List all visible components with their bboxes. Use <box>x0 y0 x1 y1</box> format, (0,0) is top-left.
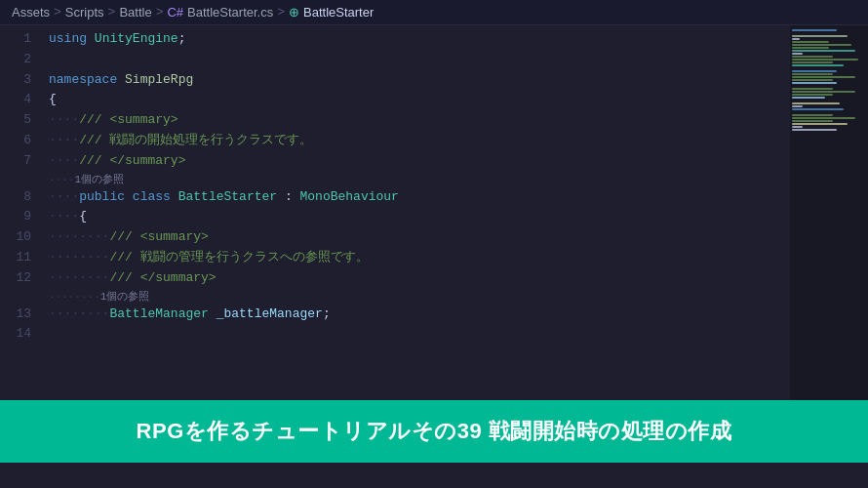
video-title-text: RPGを作るチュートリアルその39 戦闘開始時の処理の作成 <box>137 417 732 446</box>
breadcrumb-sep-4: > <box>277 5 285 20</box>
breadcrumb-assets[interactable]: Assets <box>12 5 50 20</box>
editor-container: 1 2 3 4 5 6 7 8 9 10 11 12 13 14 using U… <box>0 25 868 463</box>
ln-5: 5 <box>0 110 31 131</box>
code-line-9: ····{ <box>49 207 790 227</box>
breadcrumb: Assets > Scripts > Battle > C# BattleSta… <box>0 0 868 25</box>
code-line-14 <box>49 324 790 345</box>
breadcrumb-classname[interactable]: BattleStarter <box>303 5 374 20</box>
breadcrumb-scripts[interactable]: Scripts <box>65 5 104 20</box>
code-line-1: using UnityEngine; <box>49 29 790 50</box>
ln-12: 12 <box>0 268 31 289</box>
ln-hint2 <box>0 289 31 305</box>
code-hint-1: ····1個の参照 <box>49 172 790 187</box>
ln-4: 4 <box>0 90 31 110</box>
video-title-overlay: RPGを作るチュートリアルその39 戦闘開始時の処理の作成 <box>0 400 868 463</box>
code-line-11: ········/// 戦闘の管理を行うクラスへの参照です。 <box>49 248 790 268</box>
code-line-3: namespace SimpleRpg <box>49 70 790 91</box>
ln-8: 8 <box>0 187 31 208</box>
ln-1: 1 <box>0 29 31 50</box>
code-line-13: ········BattleManager _battleManager; <box>49 305 790 325</box>
ln-14: 14 <box>0 324 31 345</box>
ln-13: 13 <box>0 305 31 325</box>
code-line-4: { <box>49 90 790 110</box>
ln-11: 11 <box>0 248 31 268</box>
breadcrumb-filename[interactable]: BattleStarter.cs <box>187 5 273 20</box>
code-editor[interactable]: using UnityEngine; namespace SimpleRpg {… <box>41 25 790 463</box>
ln-hint1 <box>0 172 31 187</box>
ln-9: 9 <box>0 207 31 227</box>
breadcrumb-sep-1: > <box>54 5 61 20</box>
breadcrumb-sep-2: > <box>108 5 116 20</box>
line-numbers: 1 2 3 4 5 6 7 8 9 10 11 12 13 14 <box>0 25 41 463</box>
minimap[interactable] <box>790 25 868 463</box>
ln-2: 2 <box>0 50 31 70</box>
code-line-10: ········/// <summary> <box>49 227 790 248</box>
code-line-7: ····/// </summary> <box>49 151 790 172</box>
breadcrumb-class-icon: ⊕ <box>289 5 299 20</box>
code-line-8: ····public class BattleStarter : MonoBeh… <box>49 187 790 208</box>
minimap-content <box>790 25 868 136</box>
code-line-2 <box>49 50 790 70</box>
breadcrumb-cs-icon: C# <box>167 5 183 20</box>
code-line-5: ····/// <summary> <box>49 110 790 131</box>
breadcrumb-battle[interactable]: Battle <box>119 5 151 20</box>
breadcrumb-sep-3: > <box>156 5 164 20</box>
ln-6: 6 <box>0 131 31 151</box>
code-line-6: ····/// 戦闘の開始処理を行うクラスです。 <box>49 131 790 151</box>
code-hint-2: ········1個の参照 <box>49 289 790 305</box>
ln-10: 10 <box>0 227 31 248</box>
ln-3: 3 <box>0 70 31 91</box>
ln-7: 7 <box>0 151 31 172</box>
code-line-12: ········/// </summary> <box>49 268 790 289</box>
